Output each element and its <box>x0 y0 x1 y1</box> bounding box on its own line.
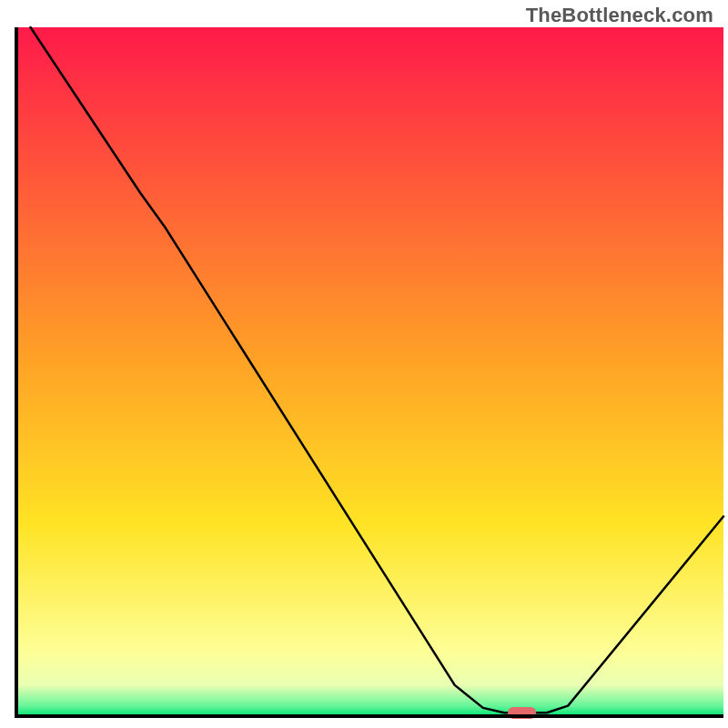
chart-background <box>16 27 723 716</box>
bottleneck-chart <box>0 0 728 728</box>
chart-container: TheBottleneck.com <box>0 0 728 728</box>
watermark-text: TheBottleneck.com <box>526 4 713 27</box>
